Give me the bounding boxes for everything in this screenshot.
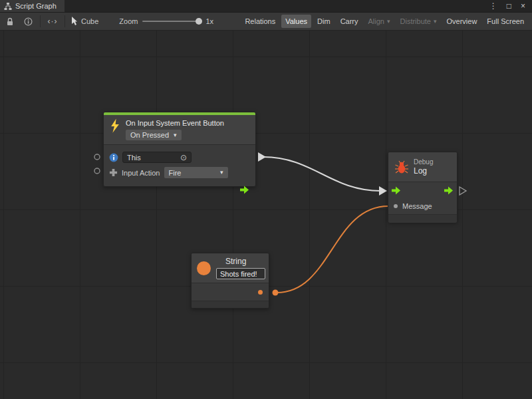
this-row: This ⊙ bbox=[109, 150, 250, 164]
debug-flow-row bbox=[388, 182, 457, 198]
debug-flow-in-port[interactable] bbox=[392, 186, 401, 195]
event-node-header: On Input System Event Button On Pressed … bbox=[104, 115, 255, 144]
wire-flow-start-arrow bbox=[258, 152, 266, 162]
toolbar-separator bbox=[65, 15, 65, 27]
this-info-icon bbox=[109, 153, 118, 162]
zoom-slider-handle[interactable] bbox=[196, 18, 202, 25]
zoom-value: 1x bbox=[205, 17, 213, 25]
lock-icon[interactable] bbox=[4, 17, 16, 26]
zoom-slider[interactable] bbox=[142, 21, 201, 22]
chevron-down-icon: ▾ bbox=[434, 19, 437, 25]
input-action-icon bbox=[109, 168, 118, 177]
titlebar: Script Graph ⋮ □ × bbox=[0, 0, 532, 12]
zoom-control: Zoom 1x bbox=[119, 17, 213, 25]
debug-flow-out-arrow[interactable] bbox=[444, 186, 454, 195]
cursor-icon bbox=[71, 17, 78, 26]
target-name: Cube bbox=[81, 17, 98, 25]
chevron-down-icon: ▾ bbox=[387, 19, 390, 25]
debug-flow-out-port[interactable] bbox=[460, 187, 466, 195]
values-button[interactable]: Values bbox=[281, 15, 311, 28]
debug-node-title: Log bbox=[414, 166, 433, 176]
debug-node-body: Message bbox=[388, 182, 457, 214]
info-icon[interactable] bbox=[22, 17, 34, 26]
input-action-dropdown[interactable]: Fire ▾ bbox=[164, 167, 228, 178]
debug-node-header: Debug Log bbox=[388, 152, 457, 182]
input-action-row: Input Action Fire ▾ bbox=[109, 166, 250, 180]
relations-button[interactable]: Relations bbox=[241, 15, 279, 28]
target-picker-icon[interactable]: ⊙ bbox=[180, 154, 187, 162]
string-node-body bbox=[192, 283, 269, 301]
debug-message-row: Message bbox=[388, 198, 457, 214]
event-node-title: On Input System Event Button bbox=[126, 118, 224, 127]
zoom-label: Zoom bbox=[119, 17, 138, 25]
message-input-port[interactable] bbox=[394, 204, 398, 208]
string-node-footer bbox=[192, 301, 269, 308]
this-object-field[interactable]: This ⊙ bbox=[122, 152, 192, 163]
bug-icon bbox=[394, 160, 409, 174]
maximize-icon[interactable]: □ bbox=[507, 2, 511, 10]
align-button[interactable]: Align ▾ bbox=[364, 15, 394, 28]
graph-target[interactable]: Cube bbox=[71, 17, 98, 26]
window-menu-icon[interactable]: ⋮ bbox=[489, 2, 497, 10]
overview-button[interactable]: Overview bbox=[443, 15, 481, 28]
string-output-port[interactable] bbox=[273, 290, 279, 296]
event-flow-out-port[interactable] bbox=[240, 186, 249, 194]
code-view-icon[interactable]: ‹·› bbox=[47, 17, 59, 26]
wire-flow[interactable] bbox=[263, 157, 380, 191]
tab-title: Script Graph bbox=[15, 2, 57, 10]
input-action-label: Input Action bbox=[122, 169, 160, 177]
window-controls: ⋮ □ × bbox=[489, 0, 532, 12]
string-type-icon bbox=[197, 261, 211, 275]
dim-button[interactable]: Dim bbox=[313, 15, 334, 28]
graph-canvas[interactable]: On Input System Event Button On Pressed … bbox=[0, 31, 532, 399]
toolbar-separator bbox=[40, 15, 41, 27]
event-node[interactable]: On Input System Event Button On Pressed … bbox=[103, 112, 256, 187]
string-value-field[interactable]: Shots fired! bbox=[216, 268, 265, 279]
string-value-out-port[interactable] bbox=[258, 290, 263, 295]
toolbar-buttons: Relations Values Dim Carry Align ▾ Distr… bbox=[241, 15, 528, 28]
chevron-down-icon: ▾ bbox=[220, 170, 223, 176]
debug-node-footer bbox=[388, 214, 457, 223]
close-icon[interactable]: × bbox=[521, 2, 525, 10]
string-node[interactable]: String Shots fired! bbox=[191, 253, 269, 309]
string-node-title: String bbox=[216, 257, 265, 266]
debug-node-category: Debug bbox=[414, 158, 433, 166]
distribute-button[interactable]: Distribute ▾ bbox=[396, 15, 441, 28]
chevron-down-icon: ▾ bbox=[174, 132, 177, 138]
tab-script-graph[interactable]: Script Graph bbox=[0, 0, 65, 12]
debug-log-node[interactable]: Debug Log Message bbox=[388, 152, 458, 222]
fullscreen-button[interactable]: Full Screen bbox=[483, 15, 528, 28]
string-node-header: String Shots fired! bbox=[192, 253, 269, 283]
message-label: Message bbox=[402, 202, 432, 210]
event-this-port[interactable] bbox=[94, 154, 100, 160]
event-node-body: This ⊙ Input Action Fire ▾ bbox=[104, 144, 255, 186]
event-action-port[interactable] bbox=[94, 168, 100, 174]
event-mode-dropdown[interactable]: On Pressed ▾ bbox=[126, 130, 182, 140]
lightning-icon bbox=[109, 118, 120, 133]
wire-string-value[interactable] bbox=[277, 206, 388, 293]
graph-icon bbox=[4, 3, 12, 10]
carry-button[interactable]: Carry bbox=[336, 15, 362, 28]
wire-flow-end-arrow bbox=[379, 186, 387, 196]
toolbar: ‹·› Cube Zoom 1x Relations Values Dim Ca… bbox=[0, 12, 532, 31]
